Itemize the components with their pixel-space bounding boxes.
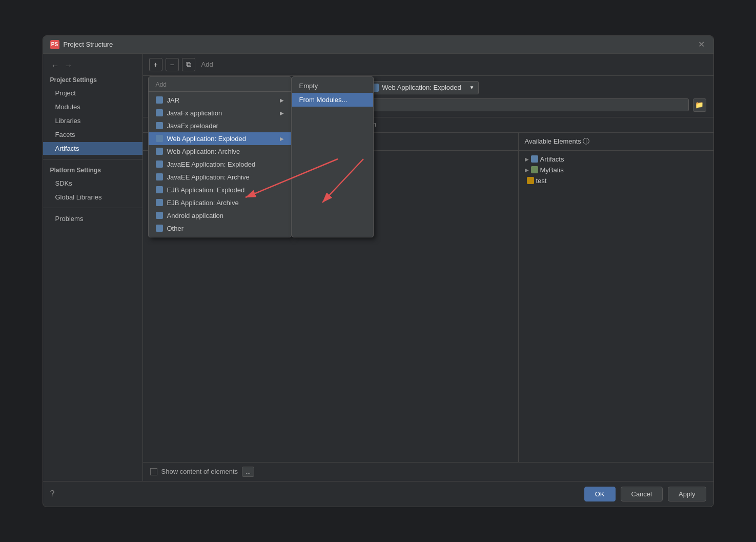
menu-icon-android (156, 212, 163, 219)
menu-label-android: Android application (167, 212, 224, 219)
avail-group-mybatis[interactable]: ▶ MyBatis (523, 165, 709, 175)
show-content-label: Show content of elements (161, 468, 238, 475)
avail-arrow-artifacts: ▶ (525, 156, 529, 162)
menu-icon-jar (156, 96, 163, 104)
avail-icon-test (527, 177, 534, 184)
sidebar: ← → Project Settings Project Modules Lib… (43, 54, 143, 481)
menu-item-jar[interactable]: JAR ▶ (149, 94, 291, 107)
menu-icon-other (156, 225, 163, 232)
avail-icon-mybatis (531, 166, 538, 173)
title-bar: PS Project Structure ✕ (43, 36, 713, 54)
type-select-arrow: ▼ (469, 85, 474, 90)
avail-arrow-mybatis: ▶ (525, 167, 529, 173)
sidebar-item-modules[interactable]: Modules (43, 101, 142, 113)
dots-button[interactable]: ... (242, 467, 254, 477)
menu-item-other[interactable]: Other (149, 222, 291, 235)
apply-button[interactable]: Apply (668, 487, 706, 501)
menu-arrow-webapp-exploded: ▶ (280, 136, 284, 142)
menu-label-javaee-exploded: JavaEE Application: Exploded (167, 160, 256, 168)
menu-label-webapp-exploded: Web Application: Exploded (167, 135, 246, 143)
dropdown-header: Add (149, 79, 291, 92)
type-select[interactable]: Web Application: Exploded ▼ (366, 81, 479, 94)
nav-forward-button[interactable]: → (64, 61, 74, 70)
menu-icon-javafx-preloader (156, 122, 163, 129)
platform-settings-section: Platform Settings (43, 164, 142, 176)
menu-arrow-javafx: ▶ (280, 110, 284, 116)
type-select-value: Web Application: Exploded (382, 84, 461, 91)
dropdown-menu: Add JAR ▶ JavaFx application ▶ JavaFx pr… (148, 76, 292, 237)
main-toolbar: + − ⧉ Add (143, 54, 713, 76)
menu-label-ejb-exploded: EJB Application: Exploded (167, 186, 245, 194)
project-settings-section: Project Settings (43, 73, 142, 86)
app-icon: PS (50, 40, 59, 49)
menu-icon-webapp-archive (156, 148, 163, 155)
avail-group-artifacts[interactable]: ▶ Artifacts (523, 154, 709, 165)
menu-item-javafx[interactable]: JavaFx application ▶ (149, 107, 291, 119)
menu-item-android[interactable]: Android application (149, 209, 291, 222)
sub-menu-item-empty[interactable]: Empty (292, 79, 373, 93)
sidebar-item-libraries[interactable]: Libraries (43, 114, 142, 127)
menu-label-ejb-archive: EJB Application: Archive (167, 199, 239, 207)
sidebar-item-global-libraries[interactable]: Global Libraries (43, 191, 142, 204)
menu-icon-javaee-exploded (156, 160, 163, 168)
sidebar-item-sdks[interactable]: SDKs (43, 177, 142, 190)
add-button[interactable]: + (149, 58, 162, 71)
avail-label-mybatis: MyBatis (540, 166, 564, 174)
sidebar-item-project[interactable]: Project (43, 87, 142, 99)
menu-label-javaee-archive: JavaEE Application: Archive (167, 173, 250, 181)
menu-icon-javaee-archive (156, 173, 163, 180)
menu-label-javafx: JavaFx application (167, 109, 222, 117)
avail-group-test[interactable]: test (523, 175, 709, 186)
menu-arrow-jar: ▶ (280, 97, 284, 103)
bottom-bar: Show content of elements ... (143, 462, 713, 481)
available-header: Available Elements ⓘ (519, 133, 713, 151)
remove-button[interactable]: − (166, 58, 179, 71)
sub-menu: Empty From Modules... (292, 76, 374, 237)
menu-icon-javafx (156, 109, 163, 116)
nav-back-button[interactable]: ← (50, 61, 60, 70)
dialog-footer: ? OK Cancel Apply (43, 481, 713, 507)
sidebar-item-problems[interactable]: Problems (43, 212, 142, 225)
available-panel: Available Elements ⓘ ▶ Artifacts ▶ MyBat… (519, 133, 713, 462)
menu-item-javaee-exploded[interactable]: JavaEE Application: Exploded (149, 158, 291, 171)
dropdown-overlay: Add JAR ▶ JavaFx application ▶ JavaFx pr… (148, 76, 374, 237)
dir-browse-button[interactable]: 📁 (693, 98, 706, 112)
help-button[interactable]: ? (50, 489, 55, 498)
cancel-button[interactable]: Cancel (621, 487, 663, 501)
project-structure-dialog: PS Project Structure ✕ ← → Project Setti… (43, 35, 714, 507)
menu-item-webapp-exploded[interactable]: Web Application: Exploded ▶ (149, 132, 291, 145)
menu-icon-ejb-archive (156, 199, 163, 206)
menu-label-other: Other (167, 225, 184, 232)
menu-label-webapp-archive: Web Application: Archive (167, 148, 240, 155)
title-bar-left: PS Project Structure (50, 40, 113, 49)
menu-label-jar: JAR (167, 96, 180, 104)
show-content-checkbox[interactable] (150, 468, 157, 475)
sidebar-item-facets[interactable]: Facets (43, 128, 142, 141)
sidebar-divider (43, 159, 142, 159)
menu-item-ejb-exploded[interactable]: EJB Application: Exploded (149, 184, 291, 196)
available-items: ▶ Artifacts ▶ MyBatis test (519, 151, 713, 462)
avail-icon-artifacts (531, 155, 538, 163)
avail-label-test: test (536, 177, 547, 185)
add-label: Add (201, 61, 213, 68)
ok-button[interactable]: OK (584, 487, 616, 501)
dialog-body: ← → Project Settings Project Modules Lib… (43, 54, 713, 481)
close-button[interactable]: ✕ (698, 41, 706, 49)
menu-label-javafx-preloader: JavaFx preloader (167, 122, 218, 130)
main-area: + − ⧉ Add Type: Web Application: Explode… (143, 54, 713, 481)
menu-item-javafx-preloader[interactable]: JavaFx preloader (149, 119, 291, 132)
sidebar-item-artifacts[interactable]: Artifacts (43, 142, 142, 155)
menu-item-javaee-archive[interactable]: JavaEE Application: Archive (149, 171, 291, 184)
dialog-title: Project Structure (64, 41, 113, 48)
sub-menu-item-from-modules[interactable]: From Modules... (292, 93, 373, 107)
sidebar-divider-2 (43, 208, 142, 208)
menu-item-ejb-archive[interactable]: EJB Application: Archive (149, 196, 291, 209)
menu-icon-webapp-exploded (156, 135, 163, 142)
avail-label-artifacts: Artifacts (540, 155, 564, 163)
menu-icon-ejb-exploded (156, 186, 163, 193)
copy-button[interactable]: ⧉ (182, 58, 195, 71)
menu-item-webapp-archive[interactable]: Web Application: Archive (149, 145, 291, 158)
